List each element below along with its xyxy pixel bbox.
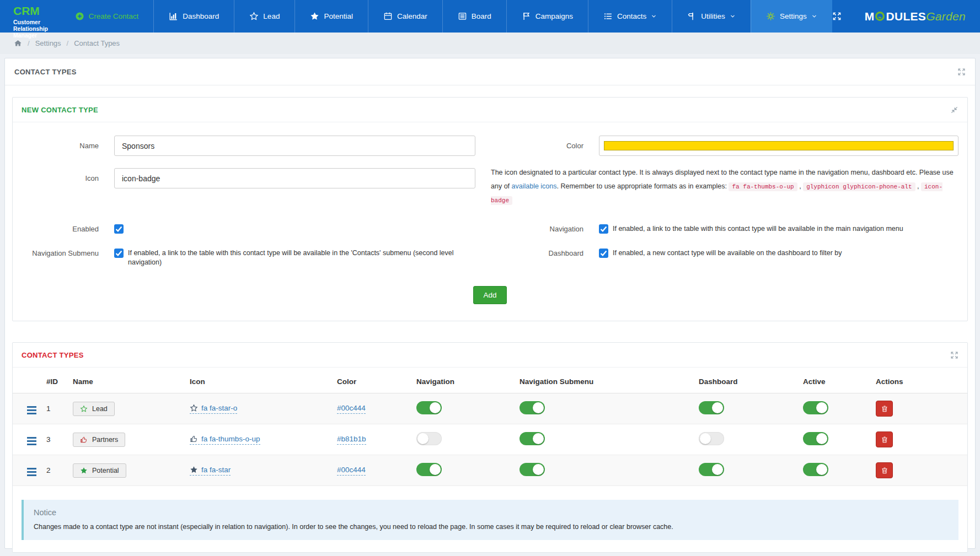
chevron-down-icon: [811, 13, 817, 19]
nav-item-label: Utilities: [701, 12, 725, 20]
navigation-help: If enabled, a link to the table with thi…: [613, 224, 903, 234]
dashboard-toggle[interactable]: [699, 463, 724, 476]
list-icon: [603, 12, 613, 21]
name-input[interactable]: [114, 136, 475, 156]
navigation-toggle[interactable]: [416, 432, 442, 445]
active-toggle[interactable]: [803, 401, 828, 414]
icon-link[interactable]: fa fa-star: [190, 466, 231, 476]
color-label: Color: [491, 141, 583, 150]
toggle-knob: [816, 464, 827, 475]
delete-button[interactable]: [876, 401, 893, 417]
nav-item-label: Create Contact: [89, 12, 139, 20]
notice-text: Changes made to a contact type are not i…: [34, 523, 949, 531]
icon-class-text: fa fa-star-o: [201, 404, 237, 412]
breadcrumb-separator: /: [28, 39, 30, 47]
drag-handle-icon[interactable]: [26, 466, 38, 478]
toggle-knob: [533, 464, 544, 475]
icon-help-text: The icon designated to a particular cont…: [491, 166, 958, 207]
dashboard-toggle[interactable]: [699, 401, 724, 414]
contact-type-name-button[interactable]: Potential: [73, 463, 126, 478]
navigation-toggle[interactable]: [416, 463, 442, 476]
nav-item-label: Settings: [780, 12, 807, 20]
page-title: CONTACT TYPES: [14, 68, 77, 76]
contact-types-tbody: 1Leadfa fa-star-o#00c4443Partnersfa fa-t…: [13, 393, 967, 486]
available-icons-link[interactable]: available icons: [512, 182, 557, 190]
drag-handle-icon[interactable]: [26, 404, 38, 416]
toggle-knob: [816, 402, 827, 413]
chevron-down-icon: [730, 13, 736, 19]
navigation-checkbox[interactable]: [599, 224, 608, 234]
fullscreen-icon[interactable]: [832, 12, 842, 21]
col-icon: Icon: [185, 370, 333, 393]
nav-item-label: Board: [472, 12, 491, 20]
icon-link[interactable]: fa fa-star-o: [190, 404, 237, 414]
nav-item-calendar[interactable]: Calendar: [368, 0, 442, 33]
icon-example-1: fa fa-thumbs-o-up: [729, 182, 797, 191]
expand-table-panel-icon[interactable]: [950, 351, 958, 359]
icon-input[interactable]: [114, 168, 475, 188]
contact-type-name: Lead: [92, 405, 108, 413]
navigation-submenu-checkbox[interactable]: [114, 249, 124, 258]
nav-item-utilities[interactable]: Utilities: [672, 0, 751, 33]
toggle-knob: [430, 402, 441, 413]
dashboard-checkbox[interactable]: [599, 249, 608, 258]
notice-panel: Notice Changes made to a contact type ar…: [22, 500, 958, 540]
nav-item-create-contact[interactable]: Create Contact: [60, 0, 154, 33]
color-input[interactable]: [599, 136, 958, 156]
contact-types-table-panel: CONTACT TYPES #ID Name Icon: [12, 342, 968, 553]
main-content: CONTACT TYPES NEW CONTACT TYPE Name Colo…: [0, 54, 980, 553]
toggle-knob: [712, 402, 723, 413]
breadcrumb-separator: /: [67, 39, 69, 47]
bar-chart-icon: [169, 12, 178, 21]
navigation-submenu-toggle[interactable]: [520, 432, 545, 445]
nav-item-potential[interactable]: Potential: [294, 0, 368, 33]
app-title: CRM: [13, 4, 60, 18]
color-swatch: [604, 141, 954, 150]
drag-handle-icon[interactable]: [26, 435, 38, 447]
nav-item-dashboard[interactable]: Dashboard: [153, 0, 234, 33]
add-button[interactable]: Add: [473, 286, 506, 304]
table-header-row: #ID Name Icon Color Navigation Navigatio…: [13, 370, 967, 393]
dashboard-toggle[interactable]: [699, 432, 724, 445]
dashboard-help: If enabled, a new contact type will be a…: [613, 249, 842, 258]
color-link[interactable]: #b81b1b: [337, 435, 366, 445]
expand-panel-icon[interactable]: [957, 68, 966, 76]
board-icon: [458, 12, 467, 21]
calendar-icon: [383, 12, 393, 21]
navigation-submenu-toggle[interactable]: [520, 463, 545, 476]
star-o-icon: [249, 12, 259, 21]
active-toggle[interactable]: [803, 463, 828, 476]
nav-item-contacts[interactable]: Contacts: [588, 0, 672, 33]
active-toggle[interactable]: [803, 432, 828, 445]
navigation-submenu-toggle[interactable]: [520, 401, 545, 414]
nav-item-settings[interactable]: Settings: [751, 0, 832, 33]
navigation-toggle[interactable]: [416, 401, 442, 414]
color-link[interactable]: #00c444: [337, 466, 366, 476]
logo-part-m: M: [865, 10, 875, 23]
table-row: 2Potentialfa fa-star#00c444: [13, 455, 967, 486]
app-subtitle: Customer Relationship Manager: [13, 19, 60, 39]
contact-type-name-button[interactable]: Lead: [73, 402, 115, 416]
flag-icon: [522, 12, 531, 21]
nav-item-lead[interactable]: Lead: [234, 0, 294, 33]
plus-circle-icon: [75, 12, 84, 21]
nav-item-board[interactable]: Board: [442, 0, 506, 33]
breadcrumb-settings[interactable]: Settings: [35, 39, 61, 47]
home-icon[interactable]: [14, 39, 22, 47]
color-link[interactable]: #00c444: [337, 404, 366, 414]
delete-button[interactable]: [876, 431, 893, 447]
nav-item-campaigns[interactable]: Campaigns: [506, 0, 588, 33]
nav-item-label: Dashboard: [183, 12, 219, 20]
col-color: Color: [333, 370, 412, 393]
enabled-checkbox[interactable]: [114, 224, 124, 234]
top-navbar: CRM Customer Relationship Manager Create…: [0, 0, 980, 33]
new-contact-type-title: NEW CONTACT TYPE: [22, 106, 98, 114]
col-dashboard: Dashboard: [694, 370, 799, 393]
contact-type-name-button[interactable]: Partners: [73, 433, 125, 447]
toggle-knob: [430, 464, 441, 475]
delete-button[interactable]: [876, 462, 893, 478]
icon-link[interactable]: fa fa-thumbs-o-up: [190, 435, 260, 445]
row-id: 2: [42, 455, 68, 486]
trash-icon: [881, 436, 888, 444]
collapse-panel-icon[interactable]: [950, 106, 958, 114]
